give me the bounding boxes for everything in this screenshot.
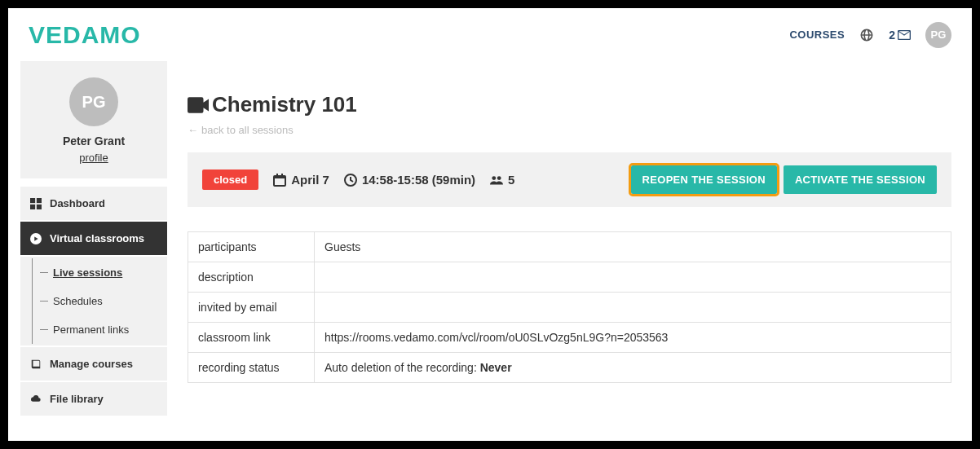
nav-virtual-classrooms[interactable]: Virtual classrooms: [20, 222, 167, 255]
description-value: [315, 262, 951, 293]
svg-rect-2: [30, 204, 35, 209]
profile-avatar[interactable]: PG: [69, 77, 118, 126]
table-row: participants Guests: [188, 232, 951, 262]
book-icon: [30, 359, 42, 370]
notif-count: 2: [889, 29, 895, 42]
nav-permanent-links[interactable]: Permanent links: [20, 315, 167, 344]
session-details-table: participants Guests description invited …: [188, 231, 951, 383]
recording-label: recording status: [188, 353, 315, 383]
grid-icon: [30, 198, 42, 209]
page-title: Chemistry 101: [212, 92, 357, 117]
session-bar: closed April 7 14:58-15:58 (59min) 5: [188, 152, 951, 207]
calendar-icon: [273, 174, 286, 187]
invited-label: invited by email: [188, 293, 315, 323]
envelope-icon: [898, 30, 911, 40]
nav-live-sessions-label: Live sessions: [53, 266, 122, 279]
classroom-link-label: classroom link: [188, 323, 315, 353]
back-link-label: back to all sessions: [201, 124, 294, 136]
people-icon: [490, 174, 503, 187]
participants-value: Guests: [315, 232, 951, 262]
nav-permanent-links-label: Permanent links: [53, 324, 129, 336]
brand-logo[interactable]: VEDAMO: [29, 21, 141, 49]
sidebar: PG Peter Grant profile Dashboard Virtual…: [8, 61, 167, 417]
nav-virtual-classrooms-label: Virtual classrooms: [50, 232, 144, 244]
cloud-icon: [30, 394, 42, 405]
table-row: recording status Auto deletion of the re…: [188, 353, 951, 383]
recording-prefix: Auto deletion of the recording:: [324, 361, 480, 374]
courses-link[interactable]: COURSES: [789, 29, 845, 41]
profile-link[interactable]: profile: [29, 152, 159, 164]
reopen-session-button[interactable]: REOPEN THE SESSION: [631, 165, 777, 194]
recording-value: Auto deletion of the recording: Never: [315, 353, 951, 383]
nav-dashboard-label: Dashboard: [50, 197, 105, 209]
table-row: classroom link https://rooms.vedamo.com/…: [188, 323, 951, 353]
arrow-left-icon: ←: [188, 124, 198, 136]
clock-icon: [344, 174, 357, 187]
nav-dashboard[interactable]: Dashboard: [20, 187, 167, 220]
svg-rect-0: [30, 198, 35, 203]
nav-manage-courses-label: Manage courses: [50, 358, 133, 370]
nav-file-library-label: File library: [50, 393, 104, 405]
session-time: 14:58-15:58 (59min): [362, 173, 475, 187]
svg-rect-1: [37, 198, 42, 203]
nav-schedules-label: Schedules: [53, 295, 103, 307]
nav-manage-courses[interactable]: Manage courses: [20, 347, 167, 381]
avatar[interactable]: PG: [925, 22, 951, 48]
globe-icon[interactable]: [859, 28, 874, 42]
classroom-link-value[interactable]: https://rooms.vedamo.com/vcl/room/oU0SLv…: [315, 323, 951, 353]
svg-point-6: [492, 176, 497, 180]
invited-value: [315, 293, 951, 323]
description-label: description: [188, 262, 315, 293]
session-date: April 7: [291, 173, 329, 187]
table-row: invited by email: [188, 293, 951, 323]
nav-schedules[interactable]: Schedules: [20, 287, 167, 315]
session-participants-count: 5: [508, 173, 514, 187]
status-badge: closed: [202, 169, 258, 190]
back-to-sessions-link[interactable]: ← back to all sessions: [188, 124, 951, 136]
table-row: description: [188, 262, 951, 293]
participants-label: participants: [188, 232, 315, 262]
video-icon: [188, 97, 209, 113]
activate-session-button[interactable]: ACTIVATE THE SESSION: [784, 165, 937, 194]
notifications[interactable]: 2: [889, 29, 911, 42]
svg-point-7: [497, 176, 501, 180]
nav-file-library[interactable]: File library: [20, 382, 167, 416]
play-circle-icon: [30, 233, 42, 244]
nav-live-sessions[interactable]: Live sessions: [20, 258, 167, 287]
recording-never: Never: [480, 361, 512, 374]
svg-rect-3: [37, 204, 42, 209]
profile-name: Peter Grant: [29, 134, 159, 147]
profile-block: PG Peter Grant profile: [20, 61, 167, 178]
